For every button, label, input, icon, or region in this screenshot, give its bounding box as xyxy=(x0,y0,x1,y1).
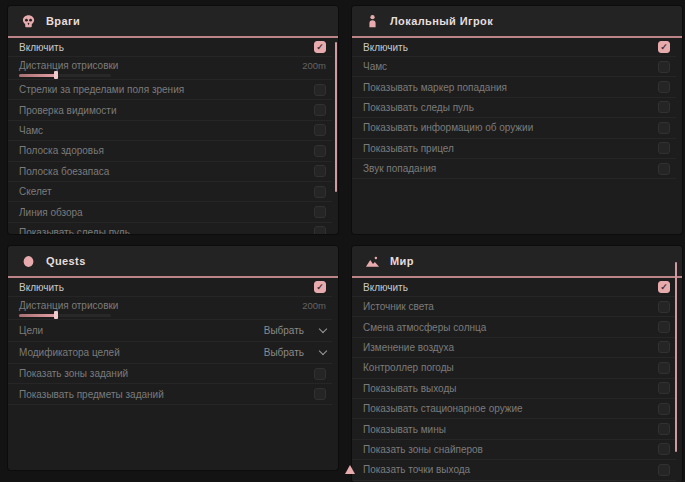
panel-world: Мир Включить✓Источник света✓Смена атмосф… xyxy=(352,246,682,482)
setting-row[interactable]: Показывать прицел✓ xyxy=(352,139,676,159)
panel-local-player-rows: Включить✓Чамс✓Показывать маркер попадани… xyxy=(352,38,682,179)
setting-row[interactable]: Показывать выходы✓ xyxy=(352,379,676,399)
checkbox[interactable]: ✓ xyxy=(658,61,670,73)
setting-row[interactable]: Включить✓ xyxy=(8,278,332,297)
checkbox[interactable]: ✓ xyxy=(314,124,326,136)
setting-label: Показывать следы пуль xyxy=(363,102,474,113)
slider-value: 200m xyxy=(302,60,326,71)
setting-label: Скелет xyxy=(19,186,52,197)
slider-fill xyxy=(19,314,56,317)
slider-handle[interactable] xyxy=(54,71,58,79)
checkbox[interactable]: ✓ xyxy=(658,321,670,333)
checkbox[interactable]: ✓ xyxy=(658,41,670,53)
circle-icon xyxy=(21,254,36,269)
skull-icon xyxy=(21,14,36,29)
panel-local-player-header: Локальный Игрок xyxy=(352,6,682,38)
checkbox[interactable]: ✓ xyxy=(314,281,326,293)
setting-row[interactable]: Показать точки выхода✓ xyxy=(352,460,676,480)
setting-label: Проверка видимости xyxy=(19,105,117,116)
slider-row: Дистанция отрисовки200m xyxy=(8,57,332,80)
setting-label: Дистанция отрисовки xyxy=(19,60,118,71)
checkbox[interactable]: ✓ xyxy=(658,341,670,353)
setting-row[interactable]: Полоска здоровья✓ xyxy=(8,141,332,161)
setting-label: Источник света xyxy=(363,301,434,312)
slider-track[interactable] xyxy=(19,74,111,77)
setting-label: Включить xyxy=(19,42,64,53)
checkbox[interactable]: ✓ xyxy=(314,84,326,96)
setting-row[interactable]: Полоска боезапаса✓ xyxy=(8,162,332,182)
setting-row[interactable]: Чамс✓ xyxy=(352,57,676,77)
checkbox[interactable]: ✓ xyxy=(314,165,326,177)
setting-row[interactable]: Включить✓ xyxy=(352,278,676,297)
setting-label: Включить xyxy=(363,282,408,293)
setting-row[interactable]: Включить✓ xyxy=(352,38,676,57)
checkbox[interactable]: ✓ xyxy=(314,104,326,116)
setting-label: Контроллер погоды xyxy=(363,362,454,373)
setting-row[interactable]: Показывать следы пуль✓ xyxy=(8,223,332,234)
setting-row[interactable]: Показывать следы пуль✓ xyxy=(352,98,676,118)
checkbox[interactable]: ✓ xyxy=(658,301,670,313)
panel-quests-rows: Включить✓Дистанция отрисовки200mЦелиВыбр… xyxy=(8,278,338,405)
panel-quests: Quests Включить✓Дистанция отрисовки200mЦ… xyxy=(8,246,338,470)
setting-row[interactable]: Проверка видимости✓ xyxy=(8,100,332,120)
scrollbar[interactable] xyxy=(335,42,337,192)
checkbox[interactable]: ✓ xyxy=(314,206,326,218)
checkbox[interactable]: ✓ xyxy=(314,368,326,380)
checkbox[interactable]: ✓ xyxy=(658,281,670,293)
setting-row[interactable]: Стрелки за пределами поля зрения✓ xyxy=(8,80,332,100)
setting-label: Показывать следы пуль xyxy=(19,227,130,234)
slider-track[interactable] xyxy=(19,314,111,317)
setting-label: Изменение воздуха xyxy=(363,342,454,353)
checkbox[interactable]: ✓ xyxy=(658,142,670,154)
setting-row[interactable]: Показывать мины✓ xyxy=(352,419,676,439)
setting-row[interactable]: Показать зоны заданий✓ xyxy=(8,364,332,384)
check-icon: ✓ xyxy=(660,43,668,52)
panel-title: Мир xyxy=(390,255,414,267)
setting-row[interactable]: Изменение воздуха✓ xyxy=(352,338,676,358)
setting-label: Цели xyxy=(19,325,43,336)
setting-label: Показывать предметы заданий xyxy=(19,389,164,400)
select-dropdown[interactable]: Выбрать xyxy=(264,347,326,358)
checkbox[interactable]: ✓ xyxy=(314,226,326,234)
setting-row[interactable]: Показывать предметы заданий✓ xyxy=(8,384,332,404)
slider-handle[interactable] xyxy=(54,311,58,319)
setting-row[interactable]: Линия обзора✓ xyxy=(8,202,332,222)
setting-label: Показывать маркер попадания xyxy=(363,82,507,93)
setting-label: Показывать прицел xyxy=(363,143,454,154)
checkbox[interactable]: ✓ xyxy=(314,388,326,400)
setting-row[interactable]: Показывать стационарное оружие✓ xyxy=(352,399,676,419)
checkbox[interactable]: ✓ xyxy=(314,186,326,198)
checkbox[interactable]: ✓ xyxy=(658,101,670,113)
checkbox[interactable]: ✓ xyxy=(314,41,326,53)
scrollbar[interactable] xyxy=(675,262,677,452)
setting-row[interactable]: Показать зоны снайперов✓ xyxy=(352,440,676,460)
setting-row[interactable]: Контроллер погоды✓ xyxy=(352,358,676,378)
setting-row[interactable]: Звук попадания✓ xyxy=(352,159,676,179)
panel-title: Quests xyxy=(46,255,86,267)
select-dropdown[interactable]: Выбрать xyxy=(264,325,326,336)
checkbox[interactable]: ✓ xyxy=(658,362,670,374)
checkbox[interactable]: ✓ xyxy=(658,122,670,134)
setting-label: Чамс xyxy=(363,61,387,72)
setting-row[interactable]: Включить✓ xyxy=(8,38,332,57)
panel-local-player: Локальный Игрок Включить✓Чамс✓Показывать… xyxy=(352,6,682,234)
checkbox[interactable]: ✓ xyxy=(658,423,670,435)
checkbox[interactable]: ✓ xyxy=(658,464,670,476)
chevron-down-icon xyxy=(319,347,327,355)
setting-row[interactable]: Скелет✓ xyxy=(8,182,332,202)
select-value: Выбрать xyxy=(264,347,304,358)
checkbox[interactable]: ✓ xyxy=(658,382,670,394)
setting-row[interactable]: Показывать информацию об оружии✓ xyxy=(352,118,676,138)
checkbox[interactable]: ✓ xyxy=(314,145,326,157)
setting-row[interactable]: Чамс✓ xyxy=(8,121,332,141)
setting-label: Полоска здоровья xyxy=(19,145,104,156)
checkbox[interactable]: ✓ xyxy=(658,403,670,415)
checkbox[interactable]: ✓ xyxy=(658,81,670,93)
checkbox[interactable]: ✓ xyxy=(658,443,670,455)
setting-label: Модификатора целей xyxy=(19,347,120,358)
setting-row[interactable]: Смена атмосферы солнца✓ xyxy=(352,317,676,337)
setting-row[interactable]: Источник света✓ xyxy=(352,297,676,317)
checkbox[interactable]: ✓ xyxy=(658,163,670,175)
setting-label: Показать зоны снайперов xyxy=(363,444,483,455)
setting-row[interactable]: Показывать маркер попадания✓ xyxy=(352,77,676,97)
